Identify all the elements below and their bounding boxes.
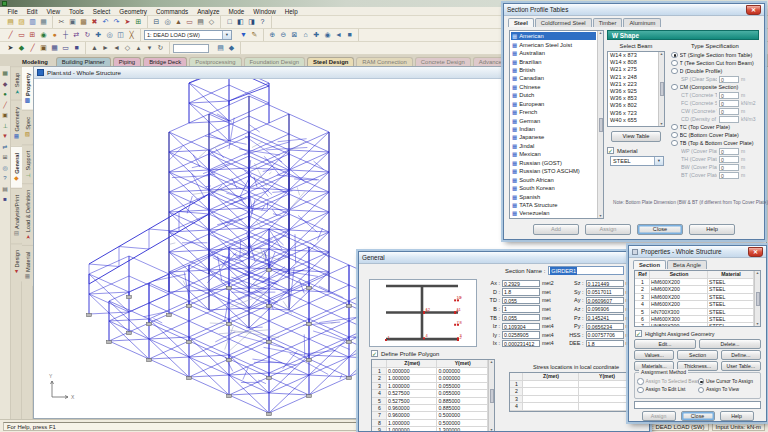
modeling-mode-icon[interactable]: ▦	[1, 69, 10, 78]
radio-icon[interactable]	[671, 68, 678, 75]
radio-icon[interactable]	[671, 132, 678, 139]
run-analysis-icon[interactable]: ➤	[122, 17, 133, 28]
tree-scrollbar[interactable]: ▲▼	[597, 31, 603, 218]
zoom-in-icon[interactable]: ⊕	[267, 30, 278, 41]
spt-tab[interactable]: Steel	[508, 18, 534, 27]
report-icon[interactable]: ▤	[195, 17, 206, 28]
beam-item[interactable]: W14 x 808	[608, 59, 657, 66]
country-item[interactable]: ▦ American Steel Joist	[511, 40, 596, 48]
radio-icon[interactable]	[698, 378, 705, 385]
node-tool-icon[interactable]: ●	[1, 90, 10, 99]
menu-item[interactable]: Edit	[22, 8, 42, 15]
type-spec-row[interactable]: TH (Cover Plate Thickness) 0 m	[671, 155, 759, 163]
import-icon[interactable]: ▦	[38, 17, 49, 28]
dialog-button[interactable]: Add	[533, 224, 579, 235]
export-icon[interactable]: ▲	[173, 17, 184, 28]
assignment-radio[interactable]: Assign To Edit List	[637, 386, 698, 395]
support-tool-icon[interactable]: ⊥	[1, 122, 10, 131]
country-item[interactable]: ▦ Dutch	[511, 91, 596, 99]
radio-icon[interactable]	[637, 378, 644, 385]
workflow-tab[interactable]: Steel Design	[307, 57, 354, 66]
section-row[interactable]: 5 HN700X300 STEEL	[635, 309, 754, 316]
property-value-field[interactable]: 0.096906	[586, 305, 624, 313]
property-value-field[interactable]: 0.0517011	[586, 288, 624, 296]
radio-icon[interactable]	[671, 52, 678, 59]
section-row[interactable]: 4 HM600X200 STEEL	[635, 301, 754, 308]
copy-icon[interactable]: ▣	[67, 17, 78, 28]
view-side-icon[interactable]: ◄	[111, 43, 122, 54]
whole-structure-icon[interactable]: ■	[344, 30, 355, 41]
delete-icon[interactable]: ✖	[89, 17, 100, 28]
polygon-scrollbar[interactable]: ▲▼	[488, 360, 494, 432]
view-tool-icon[interactable]: ◎	[1, 164, 10, 173]
geometry-cursor-icon[interactable]: ▦	[49, 43, 60, 54]
load-page-icon[interactable]: ▼	[238, 30, 249, 41]
country-item[interactable]: ▦ Spanish	[511, 192, 596, 200]
rotate-down-icon[interactable]: ▾	[144, 43, 155, 54]
mirror-icon[interactable]: ◫	[115, 30, 126, 41]
property-value-field[interactable]: 0.00757706	[586, 331, 624, 339]
close-icon[interactable]: ✕	[748, 247, 763, 257]
stress-row[interactable]: 2	[510, 388, 642, 395]
property-value-field[interactable]: 0.0656234	[586, 323, 624, 331]
query-tool-icon[interactable]: ?	[1, 174, 10, 183]
cut-icon[interactable]: ✂	[56, 17, 67, 28]
dialog-button[interactable]: Close	[637, 224, 683, 235]
properties-tab[interactable]: Section	[633, 260, 666, 269]
stretch-icon[interactable]: ╳	[126, 30, 137, 41]
dialog-titlebar[interactable]: Section Profile Tables ✕	[504, 4, 764, 16]
polygon-row[interactable]: 3 1.000000 0.055000	[372, 383, 488, 390]
beam-item[interactable]: W36 x 853	[608, 95, 657, 102]
delete-button[interactable]: Delete...	[699, 339, 761, 349]
country-item[interactable]: ▦ South Korean	[511, 184, 596, 192]
country-item[interactable]: ▦ Jindal	[511, 142, 596, 150]
page-tab[interactable]: ▦ Geometry	[11, 100, 22, 146]
type-spec-row[interactable]: WP (Cover Plate Width) 0 m	[671, 147, 759, 155]
page-tab[interactable]: ◆ General	[11, 146, 22, 188]
orbit-icon[interactable]: ↻	[155, 43, 166, 54]
type-spec-row[interactable]: TB (Top & Bottom Cover Plate)	[671, 139, 759, 147]
sections-table[interactable]: Ref Section Material 1 HM600X200 STEEL 2…	[634, 270, 761, 327]
dialog-titlebar[interactable]: General ✕	[359, 252, 649, 264]
polygon-table[interactable]: Z(met) Y(met) 1 0.000000 0.000000 2 1.00…	[371, 359, 495, 432]
stress-row[interactable]: 1	[510, 381, 642, 388]
type-spec-row[interactable]: D (Double Profile)	[671, 67, 759, 75]
polygon-row[interactable]: 4 0.527500 0.055000	[372, 390, 488, 397]
workflow-tab[interactable]: RAM Connection	[356, 57, 413, 66]
assignment-radio[interactable]: Use Cursor To Assign	[698, 377, 759, 386]
menu-item[interactable]: Geometry	[115, 8, 152, 15]
add-beam-icon[interactable]: ╱	[5, 30, 16, 41]
country-table-list[interactable]: ▦ American ▦ American Steel Joist ▦ Aust…	[509, 30, 604, 219]
polygon-row[interactable]: 1 0.000000 0.000000	[372, 368, 488, 375]
country-item[interactable]: ▦ Chinese	[511, 83, 596, 91]
sections-scrollbar[interactable]: ▲▼	[754, 271, 760, 326]
new-window-icon[interactable]: □	[224, 17, 235, 28]
radio-icon[interactable]	[637, 387, 644, 394]
property-value-field[interactable]: 1.8	[502, 288, 540, 296]
active-load-dropdown[interactable]: 1: DEAD LOAD (SW) ▾	[144, 30, 232, 40]
beam-item[interactable]: W36 x 723	[608, 110, 657, 117]
property-value-field[interactable]: 0.055	[502, 297, 540, 305]
section-row[interactable]: 6 HM600X300 STEEL	[635, 316, 754, 323]
workflow-tab[interactable]: Postprocessing	[189, 57, 241, 66]
radio-icon[interactable]	[671, 140, 678, 147]
country-item[interactable]: ▦ French	[511, 108, 596, 116]
values-button[interactable]: Values...	[634, 350, 674, 360]
close-icon[interactable]: ✕	[746, 5, 761, 15]
section-row[interactable]: 1 HM600X200 STEEL	[635, 279, 754, 286]
spt-tab[interactable]: Coldformed Steel	[535, 18, 592, 27]
workflow-tab[interactable]: Building Planner	[56, 57, 111, 66]
beam-item[interactable]: W36 x 925	[608, 88, 657, 95]
section-row[interactable]: 3 HM600X200 STEEL	[635, 294, 754, 301]
cascade-windows-icon[interactable]: ◧	[235, 17, 246, 28]
radio-icon[interactable]	[671, 124, 678, 131]
assignment-radio[interactable]: Assign To View	[698, 386, 759, 395]
new-file-icon[interactable]: ▤	[5, 17, 16, 28]
type-spec-row[interactable]: CM (Composite Section)	[671, 83, 759, 91]
section-database-button[interactable]: Section Database	[677, 350, 717, 360]
type-spec-field[interactable]: 0	[719, 156, 739, 163]
sub-page-tab[interactable]: ⊥ Support	[22, 144, 33, 183]
country-item[interactable]: ▦ Australian	[511, 49, 596, 57]
page-tab[interactable]: ➤ Setup	[11, 66, 22, 100]
menu-item[interactable]: Select	[88, 8, 115, 15]
